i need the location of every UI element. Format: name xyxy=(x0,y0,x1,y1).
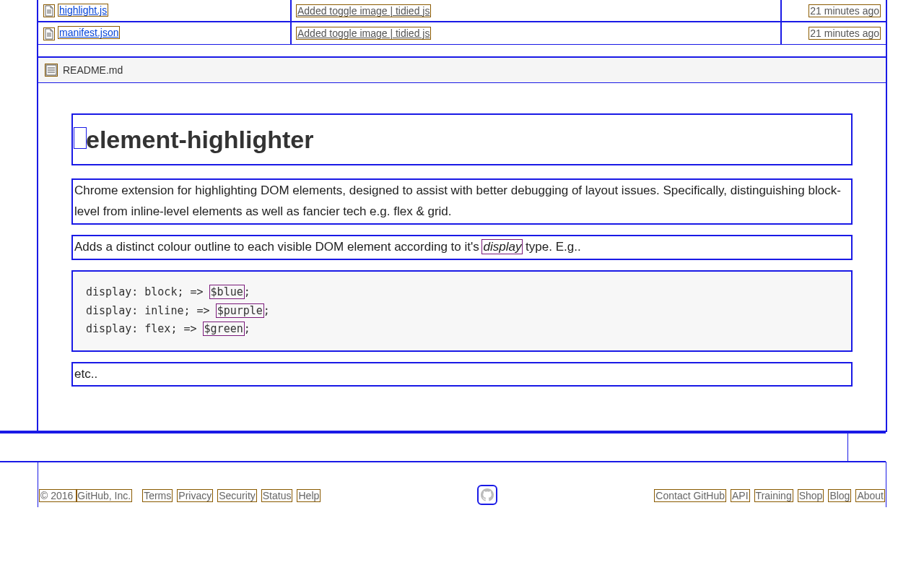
file-row: manifest.jsonAdded toggle image | tidied… xyxy=(38,22,886,44)
file-icon xyxy=(44,28,54,40)
footer-link-security[interactable]: Security xyxy=(218,490,256,501)
readme-header: README.md xyxy=(38,58,886,82)
footer-bar: © 2016 GitHub, Inc. TermsPrivacySecurity… xyxy=(38,462,886,507)
footer-link-help[interactable]: Help xyxy=(297,490,320,501)
code-variable: $green xyxy=(204,322,244,335)
commit-message-link[interactable]: Added toggle image | tidied js xyxy=(297,27,430,39)
commit-message-link[interactable]: Added toggle image | tidied js xyxy=(297,5,430,17)
heading-anchor-icon[interactable] xyxy=(74,128,86,148)
footer-separator xyxy=(0,431,886,462)
footer-links: © 2016 GitHub, Inc. TermsPrivacySecurity… xyxy=(38,486,886,505)
readme-body: element-highlighter Chrome extension for… xyxy=(38,82,886,431)
file-list-table: highlight.jsAdded toggle image | tidied … xyxy=(38,0,886,45)
repo-container: highlight.jsAdded toggle image | tidied … xyxy=(38,0,886,431)
footer-company-link[interactable]: GitHub, Inc. xyxy=(77,490,131,501)
code-line: display: inline; => $purple; xyxy=(86,302,838,321)
footer-link-status[interactable]: Status xyxy=(262,490,292,501)
footer-link-contact-github[interactable]: Contact GitHub xyxy=(655,490,725,501)
commit-time: 21 minutes ago xyxy=(809,5,880,17)
github-logo-icon[interactable] xyxy=(479,486,496,504)
footer-link-privacy[interactable]: Privacy xyxy=(178,490,212,501)
readme-filename: README.md xyxy=(63,64,123,76)
file-name-link[interactable]: highlight.js xyxy=(58,4,108,16)
code-line: display: block; => $blue; xyxy=(86,283,838,302)
footer-link-blog[interactable]: Blog xyxy=(829,490,850,501)
file-name-link[interactable]: manifest.json xyxy=(58,27,119,38)
footer-link-about[interactable]: About xyxy=(856,490,884,501)
file-icon xyxy=(44,5,54,17)
footer-link-api[interactable]: API xyxy=(731,490,749,501)
footer-container: © 2016 GitHub, Inc. TermsPrivacySecurity… xyxy=(38,462,886,507)
readme-box: README.md element-highlighter Chrome ext… xyxy=(38,58,886,431)
italic-display: display xyxy=(482,240,522,254)
code-variable: $blue xyxy=(210,285,244,298)
footer-link-shop[interactable]: Shop xyxy=(798,490,824,501)
footer-copyright: © 2016 GitHub, Inc. xyxy=(40,490,131,501)
commit-time: 21 minutes ago xyxy=(809,27,880,39)
code-line: display: flex; => $green; xyxy=(86,320,838,339)
file-row: highlight.jsAdded toggle image | tidied … xyxy=(38,0,886,22)
readme-para-3: etc.. xyxy=(73,363,851,386)
readme-icon xyxy=(45,64,57,76)
readme-para-2: Adds a distinct colour outline to each v… xyxy=(73,236,851,259)
footer-link-training[interactable]: Training xyxy=(755,490,793,501)
readme-heading: element-highlighter xyxy=(73,115,851,165)
code-variable: $purple xyxy=(217,304,263,317)
readme-codeblock: display: block; => $blue;display: inline… xyxy=(73,272,851,350)
readme-para-1: Chrome extension for highlighting DOM el… xyxy=(73,180,851,223)
footer-link-terms[interactable]: Terms xyxy=(143,490,172,501)
